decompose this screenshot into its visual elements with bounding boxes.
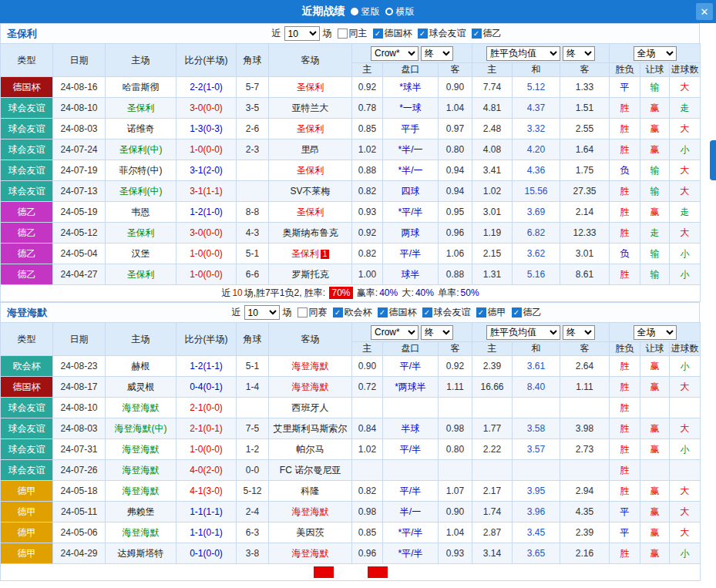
side-panel-handle[interactable]: [710, 140, 716, 180]
filter-checkbox[interactable]: ✓德国杯: [378, 306, 417, 319]
avg-odds-select[interactable]: 胜平负均值: [486, 46, 560, 61]
away-team: 海登海默: [269, 543, 352, 564]
odds-company-select[interactable]: Crow*: [371, 46, 419, 61]
odds-handicap: 平/半: [383, 356, 439, 377]
checkbox-checked-icon[interactable]: ✓: [418, 29, 428, 39]
col-handicap-result: 让球: [640, 342, 670, 356]
result-handicap: [640, 398, 670, 418]
match-date: 24-05-18: [53, 481, 106, 502]
corner-score: 2-3: [237, 139, 269, 160]
match-date: 24-04-29: [53, 543, 106, 564]
avg-home: 2.15: [472, 244, 513, 264]
filter-checkbox[interactable]: 同主: [338, 27, 368, 40]
avg-stage-select[interactable]: 终: [563, 46, 595, 61]
avg-stage-select[interactable]: 终: [563, 325, 595, 340]
odds-home: 0.96: [352, 543, 383, 564]
result-wdl: 胜: [610, 418, 640, 439]
odds-home: 0.82: [352, 481, 383, 502]
filter-label: 德甲: [488, 306, 506, 319]
result-handicap: 赢: [640, 377, 670, 398]
avg-away: 4.35: [560, 502, 610, 522]
league-badge: 球会友谊: [1, 139, 53, 160]
avg-home: 16.66: [472, 377, 513, 398]
result-handicap: 赢: [640, 418, 670, 439]
filter-checkbox[interactable]: ✓德乙: [472, 27, 502, 40]
odds-handicap: [383, 460, 439, 481]
odds-home: 0.85: [352, 522, 383, 543]
avg-odds-select[interactable]: 胜平负均值: [486, 325, 560, 340]
odds-away: 0.98: [439, 418, 472, 439]
result-handicap: 输: [640, 244, 670, 264]
scope-select[interactable]: 全场: [634, 325, 677, 340]
odds-home: 0.72: [352, 377, 383, 398]
league-badge: 德乙: [1, 244, 53, 264]
result-handicap: 走: [640, 223, 670, 244]
odds-stage-select[interactable]: 终: [421, 325, 453, 340]
result-goals: 大: [670, 223, 701, 244]
avg-home: 1.02: [472, 181, 513, 202]
filter-checkbox[interactable]: ✓欧会杯: [333, 306, 372, 319]
match-score: 1-0(0-0): [176, 139, 237, 160]
summary-part: 单率:: [435, 287, 459, 298]
section-summary: 近10场,胜7平1负2, 胜率: 70% 赢率:40% 大:40% 单率:50%: [1, 285, 701, 302]
odds-handicap: *一球: [383, 98, 439, 119]
match-score: 1-0(0-0): [176, 244, 237, 264]
recent-count-select[interactable]: 10: [244, 305, 280, 320]
col-odds-home: 主: [352, 342, 383, 356]
result-handicap: 赢: [640, 202, 670, 223]
result-wdl: 胜: [610, 439, 640, 460]
filter-checkbox[interactable]: ✓德国杯: [373, 27, 412, 40]
radio-selected-icon[interactable]: [351, 8, 358, 15]
avg-away: [560, 398, 610, 418]
checkbox-checked-icon[interactable]: ✓: [472, 29, 482, 39]
checkbox-unchecked-icon[interactable]: [338, 29, 348, 39]
radio-unselected-icon[interactable]: [385, 8, 393, 15]
recent-count-select[interactable]: 10: [284, 26, 320, 41]
odds-company-select[interactable]: Crow*: [371, 325, 419, 340]
result-handicap: 赢: [640, 139, 670, 160]
checkbox-checked-icon[interactable]: ✓: [378, 307, 388, 318]
avg-draw: 4.36: [513, 160, 560, 181]
scope-select[interactable]: 全场: [634, 46, 677, 61]
avg-home: 2.17: [472, 481, 513, 502]
home-team: 韦恩: [106, 202, 176, 223]
checkbox-checked-icon[interactable]: ✓: [333, 307, 343, 318]
filter-checkbox[interactable]: ✓德乙: [512, 306, 542, 319]
odds-stage-select[interactable]: 终: [421, 46, 453, 61]
odds-company-header: Crow* 终: [352, 323, 472, 342]
match-date: 24-08-03: [53, 418, 106, 439]
result-goals: 大: [670, 77, 701, 98]
filter-checkbox[interactable]: ✓球会友谊: [422, 306, 471, 319]
away-team: 海登海默: [269, 377, 352, 398]
corner-score: 3-8: [237, 543, 269, 564]
col-odds-handicap: 盘口: [383, 63, 439, 77]
match-date: 24-08-10: [53, 398, 106, 418]
avg-draw: [513, 398, 560, 418]
away-team: 圣保利: [269, 160, 352, 181]
avg-draw: 4.20: [513, 139, 560, 160]
filter-label: 欧会杯: [345, 306, 372, 319]
checkbox-checked-icon[interactable]: ✓: [512, 307, 522, 318]
away-team: FC 诺尔曼尼亚: [269, 460, 352, 481]
checkbox-checked-icon[interactable]: ✓: [422, 307, 432, 318]
layout-radio-vertical[interactable]: 竖版: [351, 5, 380, 18]
odds-handicap: 两球: [383, 223, 439, 244]
avg-away: 2.55: [560, 119, 610, 139]
odds-home: 0.93: [352, 202, 383, 223]
layout-radio-horizontal[interactable]: 横版: [385, 5, 415, 18]
filter-checkbox[interactable]: ✓球会友谊: [418, 27, 466, 40]
radio-horizontal-label: 横版: [396, 5, 415, 18]
avg-away: 3.98: [560, 418, 610, 439]
checkbox-unchecked-icon[interactable]: [297, 307, 308, 318]
filter-checkbox[interactable]: 同赛: [297, 306, 328, 319]
match-score: 2-1(0-1): [176, 418, 237, 439]
col-score: 比分(半场): [176, 44, 237, 77]
odds-handicap: *球半: [383, 77, 439, 98]
home-team: 弗赖堡: [106, 502, 176, 522]
corner-score: 0-0: [237, 460, 269, 481]
checkbox-checked-icon[interactable]: ✓: [373, 29, 383, 39]
close-button[interactable]: ✕: [696, 3, 713, 20]
checkbox-checked-icon[interactable]: ✓: [476, 307, 486, 318]
filter-checkbox[interactable]: ✓德甲: [476, 306, 506, 319]
result-wdl: 胜: [610, 223, 640, 244]
